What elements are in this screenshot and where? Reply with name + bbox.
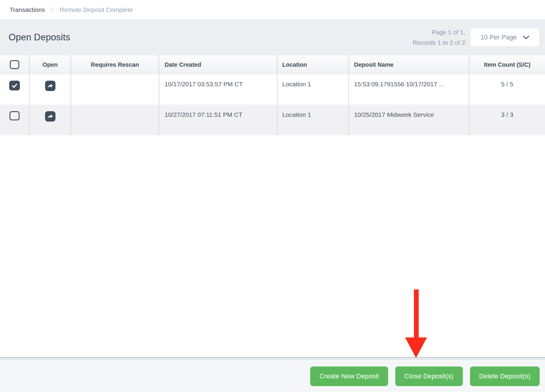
- breadcrumb-separator: /: [51, 6, 53, 13]
- delete-deposits-button[interactable]: Delete Deposit(s): [470, 366, 540, 386]
- create-new-deposit-button[interactable]: Create New Deposit: [310, 366, 388, 386]
- pagination-page-line: Page 1 of 1,: [413, 27, 465, 37]
- pagination-records-line: Records 1 to 2 of 2: [413, 37, 465, 48]
- per-page-select[interactable]: 10 Per Page: [470, 28, 540, 47]
- red-arrow-annotation: [414, 289, 419, 338]
- breadcrumb: Transactions / Remote Deposit Complete: [0, 0, 545, 19]
- row-select-cell: [0, 105, 30, 135]
- breadcrumb-item-current: Remote Deposit Complete: [60, 6, 133, 13]
- header-open: Open: [30, 55, 71, 74]
- row-checkbox[interactable]: [9, 81, 20, 90]
- table-row: 10/17/2017 03:53:57 PM CT Location 1 15:…: [0, 74, 545, 105]
- row-requires-rescan-cell: [71, 74, 159, 105]
- open-deposit-icon[interactable]: [45, 111, 55, 122]
- header-deposit-name: Deposit Name: [349, 55, 469, 74]
- select-all-checkbox[interactable]: [10, 60, 19, 69]
- row-open-cell: [30, 74, 71, 105]
- header-requires-rescan: Requires Rescan: [71, 55, 159, 74]
- header-select-all: [0, 55, 30, 74]
- page-title: Open Deposits: [9, 32, 413, 43]
- row-location-cell: Location 1: [278, 105, 349, 135]
- close-deposits-button[interactable]: Close Deposit(s): [395, 366, 463, 386]
- row-deposit-name-cell: 10/25/2017 Midweek Service: [349, 105, 469, 135]
- table-row: 10/27/2017 07:11:51 PM CT Location 1 10/…: [0, 105, 545, 135]
- row-deposit-name-cell: 15:53:09.1791556 10/17/2017 ...: [349, 74, 469, 105]
- open-deposits-table: Open Requires Rescan Date Created Locati…: [0, 55, 545, 135]
- breadcrumb-item-transactions[interactable]: Transactions: [9, 6, 45, 13]
- pagination-info: Page 1 of 1, Records 1 to 2 of 2: [413, 27, 465, 48]
- red-arrow-head-icon: [405, 337, 427, 358]
- row-item-count-cell: 5 / 5: [469, 74, 545, 105]
- header-item-count: Item Count (S/C): [469, 55, 545, 74]
- row-open-cell: [30, 105, 71, 135]
- header-location: Location: [278, 55, 349, 74]
- footer-action-bar: Create New Deposit Close Deposit(s) Dele…: [0, 357, 545, 392]
- row-select-cell: [0, 74, 30, 105]
- header-date-created: Date Created: [159, 55, 278, 74]
- row-date-created-cell: 10/27/2017 07:11:51 PM CT: [159, 105, 278, 135]
- row-checkbox[interactable]: [9, 111, 20, 120]
- row-location-cell: Location 1: [278, 74, 349, 105]
- row-item-count-cell: 3 / 3: [469, 105, 545, 135]
- open-deposit-icon[interactable]: [45, 81, 55, 91]
- row-date-created-cell: 10/17/2017 03:53:57 PM CT: [159, 74, 278, 105]
- table-header-row: Open Requires Rescan Date Created Locati…: [0, 55, 545, 74]
- row-requires-rescan-cell: [71, 105, 159, 135]
- remote-deposit-complete-page: Transactions / Remote Deposit Complete O…: [0, 0, 545, 392]
- title-band: Open Deposits Page 1 of 1, Records 1 to …: [0, 19, 545, 55]
- per-page-value: 10 Per Page: [480, 34, 517, 41]
- chevron-down-icon: [523, 34, 529, 41]
